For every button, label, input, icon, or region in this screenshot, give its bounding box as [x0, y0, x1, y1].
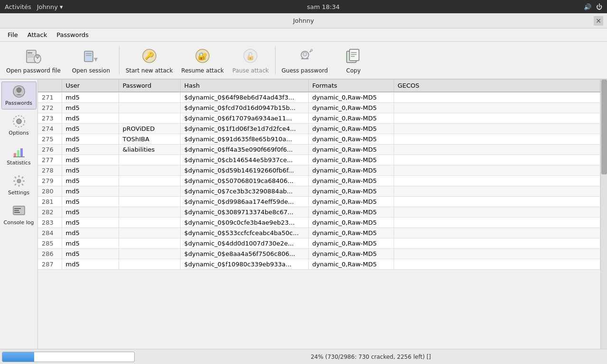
cell-user: md5 [62, 124, 119, 134]
cell-password [119, 218, 180, 228]
col-header-formats[interactable]: Formats [308, 80, 394, 92]
cell-formats: dynamic_0,Raw-MD5 [308, 155, 394, 165]
console-log-icon [12, 204, 26, 218]
cell-num: 273 [38, 113, 62, 124]
svg-line-41 [22, 184, 23, 185]
table-wrapper[interactable]: User Password Hash Formats GECOS 271 md5… [38, 80, 600, 349]
guess-password-label: Guess password [282, 67, 328, 74]
system-bar-right: 🔊 ⏻ [584, 3, 602, 10]
cell-user: md5 [62, 155, 119, 165]
sidebar-item-statistics[interactable]: Statistics [1, 141, 37, 169]
cell-gecos [394, 228, 600, 238]
volume-icon[interactable]: 🔊 [584, 3, 591, 10]
open-password-file-label: Open password file [6, 67, 61, 74]
close-button[interactable]: ✕ [594, 16, 603, 26]
table-row[interactable]: 283 md5 $dynamic_0$09c0cfe3b4ae9eb23... … [38, 218, 600, 228]
activities-button[interactable]: Activités [5, 3, 31, 10]
menu-passwords[interactable]: Passwords [53, 30, 92, 40]
cell-formats: dynamic_0,Raw-MD5 [308, 176, 394, 186]
table-row[interactable]: 278 md5 $dynamic_0$d59b146192660fb6f... … [38, 165, 600, 176]
menu-bar: File Attack Passwords [0, 28, 607, 42]
app-menu-button[interactable]: Johnny ▾ [37, 3, 63, 10]
col-header-hash[interactable]: Hash [180, 80, 308, 92]
col-header-gecos[interactable]: GECOS [394, 80, 600, 92]
pause-attack-button[interactable]: 🔓 Pause attack [228, 43, 273, 78]
system-time: sam 18:34 [307, 3, 340, 10]
power-icon[interactable]: ⏻ [596, 3, 602, 10]
svg-point-35 [17, 179, 21, 183]
table-row[interactable]: 275 md5 TOShIBA $dynamic_0$91d635f8e65b9… [38, 134, 600, 145]
menu-attack[interactable]: Attack [24, 30, 51, 40]
table-row[interactable]: 279 md5 $dynamic_0$507068019ca68406... d… [38, 176, 600, 186]
svg-point-29 [17, 119, 21, 124]
table-row[interactable]: 287 md5 $dynamic_0$f10980c339eb933a... d… [38, 259, 600, 270]
table-area: User Password Hash Formats GECOS 271 md5… [38, 80, 600, 349]
cell-user: md5 [62, 176, 119, 186]
cell-password [119, 197, 180, 207]
cell-user: md5 [62, 134, 119, 145]
cell-user: md5 [62, 228, 119, 238]
sidebar-item-passwords[interactable]: Passwords [1, 82, 37, 109]
table-row[interactable]: 280 md5 $dynamic_0$7ce3b3c3290884ab... d… [38, 186, 600, 197]
sidebar-item-console-log[interactable]: Console log [1, 201, 37, 229]
table-row[interactable]: 271 md5 $dynamic_0$64f98eb6d74ad43f3... … [38, 92, 600, 103]
cell-password [119, 92, 180, 103]
open-password-file-icon [24, 46, 43, 65]
cell-formats: dynamic_0,Raw-MD5 [308, 103, 394, 113]
cell-user: md5 [62, 103, 119, 113]
table-row[interactable]: 273 md5 $dynamic_0$6f17079a6934ae11... d… [38, 113, 600, 124]
cell-num: 276 [38, 145, 62, 155]
table-row[interactable]: 274 md5 pROViDED $dynamic_0$1f1d06f3e1d7… [38, 124, 600, 134]
cell-formats: dynamic_0,Raw-MD5 [308, 259, 394, 270]
svg-rect-9 [86, 55, 92, 56]
table-row[interactable]: 277 md5 $dynamic_0$cb146544e5b937ce... d… [38, 155, 600, 165]
table-row[interactable]: 282 md5 $dynamic_0$3089713374be8c67... d… [38, 207, 600, 218]
toolbar: Open password file Open session 🔑 [0, 42, 607, 80]
svg-rect-31 [14, 153, 16, 157]
scrollbar-area[interactable] [600, 80, 607, 349]
cell-num: 284 [38, 228, 62, 238]
resume-attack-icon: 🔐 [193, 46, 212, 65]
scrollbar-thumb[interactable] [601, 80, 607, 174]
col-header-password[interactable]: Password [119, 80, 180, 92]
guess-password-button[interactable]: Guess password [277, 43, 332, 78]
window-title: Johnny [293, 17, 314, 24]
table-row[interactable]: 272 md5 $dynamic_0$fcd70d16d0947b15b... … [38, 103, 600, 113]
svg-line-40 [15, 177, 16, 178]
svg-rect-2 [28, 55, 34, 55]
start-new-attack-icon: 🔑 [140, 46, 159, 65]
col-header-user[interactable]: User [62, 80, 119, 92]
table-row[interactable]: 281 md5 $dynamic_0$d9986aa174eff59de... … [38, 197, 600, 207]
copy-button[interactable]: Copy [332, 43, 375, 78]
cell-hash: $dynamic_0$7ce3b3c3290884ab... [180, 186, 308, 197]
resume-attack-button[interactable]: 🔐 Resume attack [177, 43, 228, 78]
table-row[interactable]: 284 md5 $dynamic_0$533ccfcfceabc4ba50c..… [38, 228, 600, 238]
table-row[interactable]: 285 md5 $dynamic_0$4dd0d1007d730e2e... d… [38, 238, 600, 249]
open-password-file-button[interactable]: Open password file [2, 43, 65, 78]
table-row[interactable]: 276 md5 &liabilities $dynamic_0$ff4a35e0… [38, 145, 600, 155]
open-session-button[interactable]: Open session [65, 43, 117, 78]
start-new-attack-button[interactable]: 🔑 Start new attack [121, 43, 177, 78]
cell-num: 281 [38, 197, 62, 207]
svg-rect-46 [14, 210, 19, 211]
toolbar-separator-1 [119, 46, 120, 74]
cell-password [119, 238, 180, 249]
cell-gecos [394, 186, 600, 197]
sidebar-passwords-label: Passwords [5, 100, 32, 106]
sidebar-item-settings[interactable]: Settings [1, 171, 37, 199]
cell-num: 282 [38, 207, 62, 218]
cell-gecos [394, 207, 600, 218]
table-row[interactable]: 286 md5 $dynamic_0$e8aa4a56f7506c806... … [38, 249, 600, 259]
svg-point-28 [17, 88, 21, 92]
cell-gecos [394, 134, 600, 145]
sidebar-item-options[interactable]: Options [1, 111, 37, 139]
system-bar: Activités Johnny ▾ sam 18:34 🔊 ⏻ [0, 0, 607, 13]
progress-bar-fill [2, 352, 34, 362]
pause-attack-label: Pause attack [232, 67, 269, 74]
col-header-num[interactable] [38, 80, 62, 92]
cell-formats: dynamic_0,Raw-MD5 [308, 165, 394, 176]
svg-line-42 [22, 177, 23, 178]
cell-formats: dynamic_0,Raw-MD5 [308, 92, 394, 103]
cell-num: 280 [38, 186, 62, 197]
menu-file[interactable]: File [4, 30, 22, 40]
